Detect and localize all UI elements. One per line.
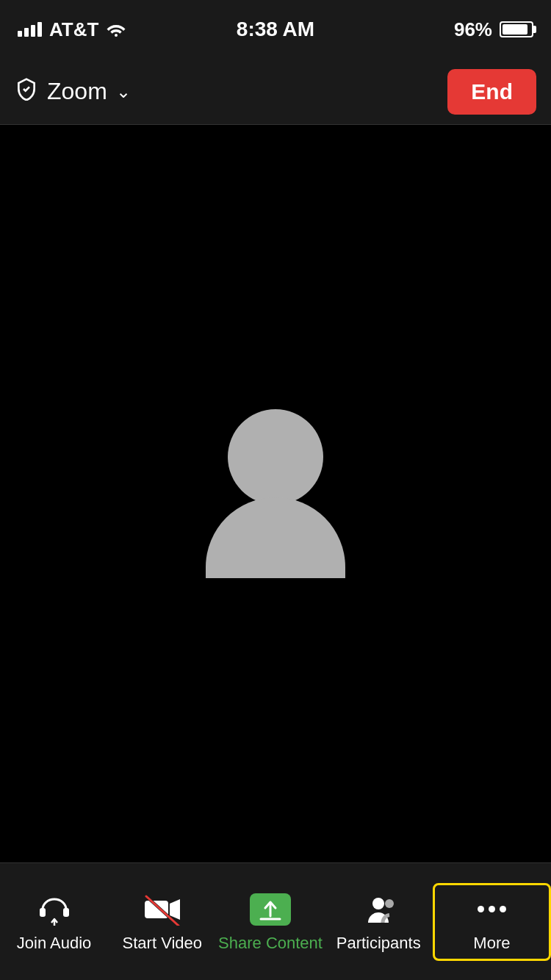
app-title-area[interactable]: Zoom ⌄ bbox=[15, 77, 131, 107]
toolbar-item-participants[interactable]: Participants bbox=[325, 884, 433, 960]
start-video-label: Start Video bbox=[123, 934, 202, 953]
join-audio-icon bbox=[32, 891, 76, 928]
svg-point-11 bbox=[385, 899, 394, 908]
start-video-icon bbox=[140, 891, 184, 928]
share-content-icon bbox=[248, 891, 292, 928]
toolbar-item-share-content[interactable]: Share Content bbox=[216, 884, 324, 960]
chevron-down-icon: ⌄ bbox=[116, 82, 131, 102]
video-area bbox=[0, 125, 551, 862]
battery-percent-label: 96% bbox=[454, 18, 492, 41]
app-name-label: Zoom bbox=[47, 78, 107, 105]
signal-bars-icon bbox=[18, 22, 42, 37]
shield-icon bbox=[15, 77, 38, 107]
carrier-label: AT&T bbox=[49, 18, 98, 41]
status-left: AT&T bbox=[18, 18, 126, 41]
join-audio-label: Join Audio bbox=[17, 934, 92, 953]
svg-rect-4 bbox=[145, 901, 168, 918]
svg-point-10 bbox=[372, 898, 384, 909]
svg-rect-2 bbox=[63, 908, 69, 917]
toolbar-item-start-video[interactable]: Start Video bbox=[108, 884, 216, 960]
more-label: More bbox=[473, 934, 510, 953]
bottom-toolbar: Join Audio Start Video bbox=[0, 862, 551, 980]
toolbar-item-join-audio[interactable]: Join Audio bbox=[0, 884, 108, 960]
status-right: 96% bbox=[454, 18, 533, 41]
svg-rect-1 bbox=[40, 908, 46, 917]
avatar-body bbox=[206, 497, 345, 578]
battery-icon bbox=[500, 21, 533, 37]
participants-label: Participants bbox=[336, 934, 421, 953]
avatar-head bbox=[228, 409, 323, 505]
svg-marker-5 bbox=[170, 899, 180, 920]
wifi-icon bbox=[106, 22, 126, 37]
status-time: 8:38 AM bbox=[237, 18, 314, 41]
status-bar: AT&T 8:38 AM 96% bbox=[0, 0, 551, 59]
toolbar-item-more[interactable]: More bbox=[433, 883, 551, 961]
more-icon bbox=[469, 891, 514, 928]
end-button[interactable]: End bbox=[447, 69, 536, 115]
header-bar: Zoom ⌄ End bbox=[0, 59, 551, 125]
share-content-label: Share Content bbox=[218, 934, 323, 953]
participants-icon bbox=[356, 891, 400, 928]
participant-avatar bbox=[206, 409, 345, 578]
svg-point-0 bbox=[115, 34, 118, 37]
